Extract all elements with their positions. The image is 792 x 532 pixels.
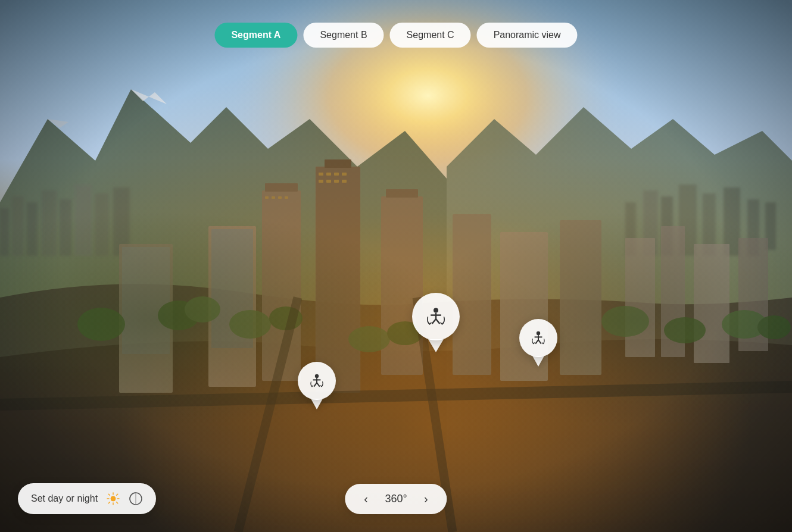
svg-line-86 (117, 502, 118, 503)
svg-line-85 (108, 494, 110, 495)
pin-circle-3 (519, 319, 557, 357)
degrees-value: 360° (381, 493, 411, 505)
location-pin-1[interactable] (298, 362, 336, 409)
svg-point-80 (111, 496, 116, 501)
svg-point-75 (537, 331, 540, 335)
day-night-control: Set day or night (18, 483, 156, 514)
person-360-icon-2 (424, 305, 448, 328)
svg-point-65 (315, 374, 319, 378)
tab-segment-b[interactable]: Segment B (303, 23, 383, 48)
degrees-next-button[interactable]: › (422, 492, 431, 506)
pin-circle-1 (298, 362, 336, 400)
location-pin-2[interactable] (412, 293, 460, 352)
svg-line-88 (108, 502, 110, 503)
segment-nav: Segment A Segment B Segment C Panoramic … (214, 23, 577, 48)
half-moon-icon[interactable] (129, 492, 143, 506)
tab-segment-c[interactable]: Segment C (390, 23, 471, 48)
sun-icon[interactable] (106, 492, 120, 506)
city-overlay (0, 0, 792, 532)
svg-line-87 (117, 494, 118, 495)
day-night-label: Set day or night (31, 493, 98, 504)
svg-line-73 (432, 319, 435, 324)
svg-line-74 (436, 319, 439, 324)
svg-line-79 (538, 340, 541, 344)
tab-panoramic-view[interactable]: Panoramic view (477, 23, 578, 48)
tab-segment-a[interactable]: Segment A (214, 23, 297, 48)
svg-line-69 (317, 383, 320, 386)
degrees-prev-button[interactable]: ‹ (361, 492, 370, 506)
pin-tail-3 (532, 356, 544, 367)
person-360-icon-1 (307, 371, 326, 390)
svg-point-70 (434, 308, 438, 312)
degrees-control: ‹ 360° › (345, 484, 447, 514)
svg-line-78 (536, 340, 539, 344)
location-pin-3[interactable] (519, 319, 557, 367)
pin-tail-1 (311, 399, 323, 409)
svg-line-68 (314, 383, 317, 386)
pin-tail-2 (428, 339, 444, 352)
pin-circle-2 (412, 293, 460, 340)
person-360-icon-3 (529, 328, 548, 348)
